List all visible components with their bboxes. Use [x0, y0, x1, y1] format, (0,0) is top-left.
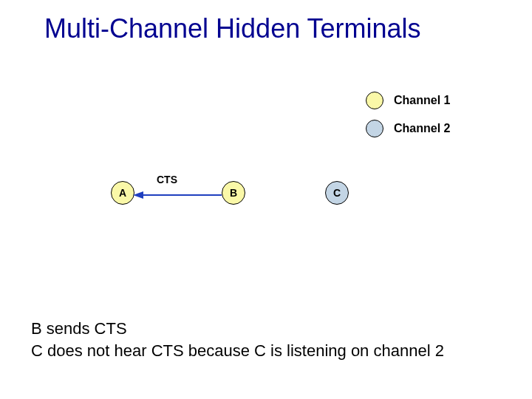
caption: B sends CTS C does not hear CTS because …: [31, 318, 444, 361]
node-b-label: B: [230, 187, 237, 199]
legend-label-channel-2: Channel 2: [394, 122, 450, 135]
legend-label-channel-1: Channel 1: [394, 94, 450, 107]
legend-swatch-channel-1: [366, 92, 383, 109]
node-diagram: A CTS B C: [111, 181, 406, 225]
node-a: A: [111, 181, 134, 205]
slide-title: Multi-Channel Hidden Terminals: [44, 13, 421, 44]
cts-arrow-icon: [133, 190, 223, 200]
caption-line-2: C does not hear CTS because C is listeni…: [31, 340, 444, 362]
node-b: B: [222, 181, 245, 205]
node-c-label: C: [333, 187, 341, 199]
svg-marker-1: [133, 191, 143, 199]
node-c: C: [325, 181, 349, 205]
legend-row-channel-1: Channel 1: [366, 92, 450, 109]
slide: Multi-Channel Hidden Terminals Channel 1…: [0, 0, 532, 399]
node-a-label: A: [119, 187, 126, 199]
legend-row-channel-2: Channel 2: [366, 120, 450, 137]
caption-line-1: B sends CTS: [31, 318, 444, 340]
cts-arrow-label: CTS: [157, 174, 177, 185]
legend-swatch-channel-2: [366, 120, 383, 137]
legend: Channel 1 Channel 2: [366, 92, 450, 148]
